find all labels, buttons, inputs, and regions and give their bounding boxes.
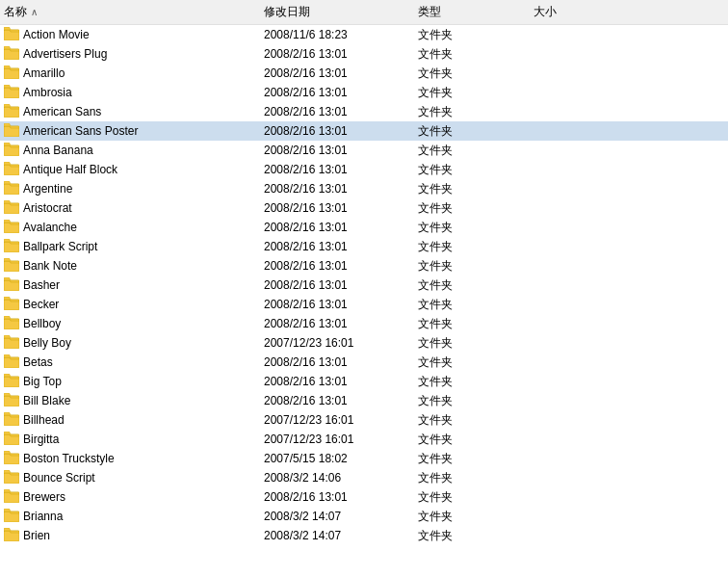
table-row[interactable]: Bill Blake 2008/2/16 13:01 文件夹 [0,391,728,410]
table-row[interactable]: Action Movie 2008/11/6 18:23 文件夹 [0,25,728,44]
file-type: 文件夹 [414,412,530,429]
file-name-cell: Bill Blake [0,393,260,409]
header-date-label: 修改日期 [264,5,310,18]
file-name-cell: Antique Half Block [0,162,260,178]
table-row[interactable]: Betas 2008/2/16 13:01 文件夹 [0,353,728,372]
folder-icon [4,181,19,197]
file-date: 2008/2/16 13:01 [260,182,414,196]
folder-icon [4,104,19,120]
file-type: 文件夹 [414,451,530,467]
file-name: Aristocrat [23,201,72,215]
file-name: Action Movie [23,28,90,41]
folder-icon [4,46,19,63]
file-date: 2008/2/16 13:01 [260,259,414,273]
file-name: Brewers [23,490,65,504]
file-name: Bill Blake [23,394,70,407]
header-type-label: 类型 [418,5,441,18]
file-name: Betas [23,355,53,369]
table-row[interactable]: Belly Boy 2007/12/23 16:01 文件夹 [0,333,728,353]
folder-icon [4,200,19,217]
folder-icon [4,85,19,101]
table-row[interactable]: Brien 2008/3/2 14:07 文件夹 [0,526,728,545]
file-list[interactable]: 名称 ∧ 修改日期 类型 大小 Action Movie 2008/11/6 1… [0,0,728,577]
file-type: 文件夹 [414,66,530,82]
table-row[interactable]: Boston Truckstyle 2007/5/15 18:02 文件夹 [0,449,728,468]
folder-icon [4,66,19,82]
folder-icon [4,316,19,332]
table-row[interactable]: Brewers 2008/2/16 13:01 文件夹 [0,487,728,507]
file-name: American Sans [23,105,101,118]
table-row[interactable]: Aristocrat 2008/2/16 13:01 文件夹 [0,198,728,218]
file-date: 2007/12/23 16:01 [260,336,414,350]
file-name: Ballpark Script [23,240,97,253]
file-type: 文件夹 [414,297,530,313]
folder-icon [4,277,19,294]
file-date: 2008/2/16 13:01 [260,47,414,61]
file-type: 文件夹 [414,509,530,525]
table-row[interactable]: Billhead 2007/12/23 16:01 文件夹 [0,410,728,430]
file-type: 文件夹 [414,85,530,101]
file-name-cell: Advertisers Plug [0,46,260,63]
table-row[interactable]: Bellboy 2008/2/16 13:01 文件夹 [0,314,728,333]
table-row[interactable]: Big Top 2008/2/16 13:01 文件夹 [0,372,728,391]
file-name: Becker [23,298,59,311]
file-date: 2007/5/15 18:02 [260,452,414,465]
table-row[interactable]: Brianna 2008/3/2 14:07 文件夹 [0,507,728,526]
table-row[interactable]: Anna Banana 2008/2/16 13:01 文件夹 [0,141,728,160]
file-name-cell: Boston Truckstyle [0,451,260,467]
header-date[interactable]: 修改日期 [260,2,414,22]
file-name-cell: Brianna [0,509,260,525]
file-name: Bellboy [23,317,61,330]
file-date: 2008/2/16 13:01 [260,298,414,311]
table-row[interactable]: Avalanche 2008/2/16 13:01 文件夹 [0,218,728,237]
folder-icon [4,509,19,525]
folder-icon [4,258,19,275]
file-name-cell: Bellboy [0,316,260,332]
file-name-cell: Bounce Script [0,470,260,486]
folder-icon [4,239,19,255]
table-row[interactable]: Amarillo 2008/2/16 13:01 文件夹 [0,64,728,83]
header-name-label: 名称 [4,4,27,20]
file-date: 2008/3/2 14:07 [260,529,414,542]
file-type: 文件夹 [414,354,530,371]
header-name[interactable]: 名称 ∧ [0,2,260,22]
file-type: 文件夹 [414,239,530,255]
file-name-cell: Ballpark Script [0,239,260,255]
file-date: 2008/2/16 13:01 [260,490,414,504]
file-date: 2008/2/16 13:01 [260,86,414,99]
file-type: 文件夹 [414,123,530,140]
folder-icon [4,528,19,544]
file-date: 2008/2/16 13:01 [260,317,414,330]
file-name: Billhead [23,413,65,427]
file-name-cell: Aristocrat [0,200,260,217]
file-date: 2008/2/16 13:01 [260,240,414,253]
file-name-cell: Brien [0,528,260,544]
file-date: 2008/2/16 13:01 [260,163,414,176]
file-date: 2008/2/16 13:01 [260,124,414,138]
table-row[interactable]: Advertisers Plug 2008/2/16 13:01 文件夹 [0,44,728,64]
table-row[interactable]: American Sans Poster 2008/2/16 13:01 文件夹 [0,121,728,141]
file-date: 2008/2/16 13:01 [260,144,414,157]
file-type: 文件夹 [414,277,530,294]
file-name: Brien [23,529,50,542]
table-row[interactable]: Birgitta 2007/12/23 16:01 文件夹 [0,430,728,449]
file-name-cell: American Sans Poster [0,123,260,140]
table-row[interactable]: Antique Half Block 2008/2/16 13:01 文件夹 [0,160,728,179]
table-row[interactable]: Ballpark Script 2008/2/16 13:01 文件夹 [0,237,728,256]
table-row[interactable]: Basher 2008/2/16 13:01 文件夹 [0,275,728,295]
file-name: Belly Boy [23,336,71,350]
file-date: 2008/3/2 14:06 [260,471,414,485]
header-type[interactable]: 类型 [414,2,530,22]
folder-icon [4,412,19,429]
table-row[interactable]: Bank Note 2008/2/16 13:01 文件夹 [0,256,728,275]
table-row[interactable]: Argentine 2008/2/16 13:01 文件夹 [0,179,728,198]
file-name: Bank Note [23,259,77,273]
header-size[interactable]: 大小 [530,2,607,22]
folder-icon [4,354,19,371]
table-row[interactable]: Bounce Script 2008/3/2 14:06 文件夹 [0,468,728,487]
table-row[interactable]: Becker 2008/2/16 13:01 文件夹 [0,295,728,314]
folder-icon [4,451,19,467]
file-name-cell: Avalanche [0,220,260,236]
table-row[interactable]: Ambrosia 2008/2/16 13:01 文件夹 [0,83,728,102]
table-row[interactable]: American Sans 2008/2/16 13:01 文件夹 [0,102,728,121]
